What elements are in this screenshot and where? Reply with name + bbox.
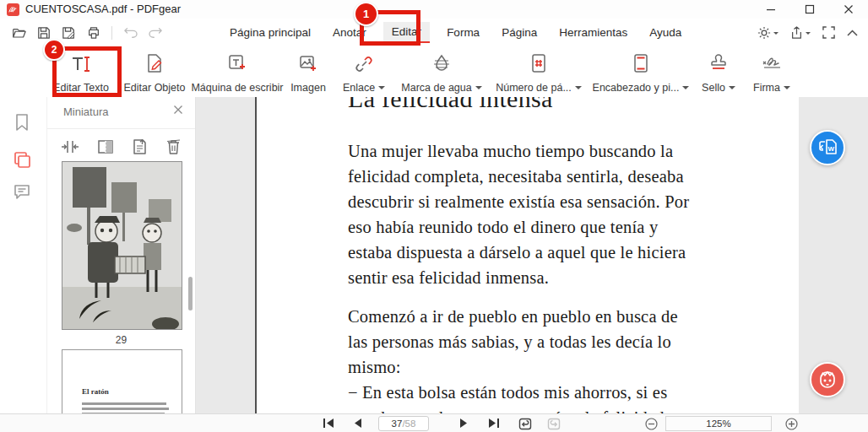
edit-object-icon xyxy=(144,51,165,73)
ai-assistant-button[interactable] xyxy=(810,362,845,397)
pdf-page: La felicidad intensa Una mujer llevaba m… xyxy=(255,97,799,413)
watermark-button[interactable]: Marca de agua xyxy=(395,50,488,94)
minimize-button[interactable] xyxy=(751,0,790,19)
maximize-button[interactable] xyxy=(790,0,829,19)
document-paragraph[interactable]: Una mujer llevaba mucho tiempo buscando … xyxy=(348,138,740,290)
thumbnail-panel-title: Miniatura xyxy=(63,105,108,118)
total-pages: /58 xyxy=(402,418,415,429)
statusbar: 37/58 125% xyxy=(0,413,868,432)
typewriter-label: Máquina de escribir xyxy=(191,82,283,94)
thumbnail-panel: Miniatura xyxy=(47,97,196,413)
document-paragraph[interactable]: − En esta bolsa están todos mis ahorros,… xyxy=(348,380,740,413)
panel-scrollbar-thumb[interactable] xyxy=(188,277,193,310)
save-as-icon[interactable] xyxy=(62,26,76,40)
tab-pagina[interactable]: Página xyxy=(496,23,542,42)
save-icon[interactable] xyxy=(37,26,51,40)
toolbar-divider xyxy=(111,26,112,40)
next-page-button[interactable] xyxy=(459,418,469,429)
close-button[interactable] xyxy=(829,0,868,19)
document-paragraph[interactable]: Comenzó a ir de pueblo en pueblo en busc… xyxy=(348,304,740,380)
bookmarks-panel-icon[interactable] xyxy=(13,112,31,132)
tab-pagina-principal[interactable]: Página principal xyxy=(225,23,316,42)
tab-herramientas[interactable]: Herramientas xyxy=(554,23,632,42)
insert-page-icon[interactable] xyxy=(61,139,79,154)
last-page-button[interactable] xyxy=(488,418,500,429)
annotation-step-2-badge: 2 xyxy=(43,39,65,61)
window-title: CUENTOSCASA.pdf - PDFgear xyxy=(25,3,181,15)
zoom-level-value: 125% xyxy=(706,418,730,429)
chevron-down-icon xyxy=(575,86,582,93)
svg-text:W: W xyxy=(828,145,835,153)
page-number-label: 29 xyxy=(47,334,195,346)
page-thumbnail-29[interactable] xyxy=(62,161,182,330)
signature-icon xyxy=(761,51,783,73)
theme-brightness-icon[interactable] xyxy=(757,26,778,40)
annotation-step-1-badge: 1 xyxy=(354,2,378,26)
edit-ribbon: Editar Texto Editar Objeto Máquina de es… xyxy=(0,46,868,98)
undo-icon[interactable] xyxy=(123,26,138,39)
thumbnails-panel-icon[interactable] xyxy=(13,151,32,170)
edit-object-button[interactable]: Editar Objeto xyxy=(122,50,187,94)
document-viewer: La felicidad intensa Una mujer llevaba m… xyxy=(196,97,868,413)
header-footer-label: Encabezado y pi... xyxy=(593,82,690,94)
comments-panel-icon[interactable] xyxy=(13,183,31,201)
chevron-down-icon xyxy=(475,86,482,93)
split-page-icon[interactable] xyxy=(97,139,114,154)
page-thumbnail-30[interactable]: El ratón xyxy=(62,349,182,413)
chevron-down-icon xyxy=(806,32,811,37)
zoom-in-button[interactable] xyxy=(785,418,798,430)
header-footer-button[interactable]: Encabezado y pi... xyxy=(589,50,692,94)
first-page-button[interactable] xyxy=(323,418,334,429)
previous-view-button[interactable] xyxy=(518,418,532,430)
current-page: 37 xyxy=(392,418,403,429)
titlebar: CUENTOSCASA.pdf - PDFgear xyxy=(0,0,868,19)
page-number-icon xyxy=(529,51,549,73)
zoom-level-control[interactable]: 125% xyxy=(665,416,772,431)
signature-label: Firma xyxy=(753,82,790,94)
open-file-icon[interactable] xyxy=(12,26,26,39)
typewriter-button[interactable]: Máquina de escribir xyxy=(191,50,284,94)
signature-button[interactable]: Firma xyxy=(746,50,797,94)
chevron-down-icon xyxy=(773,32,778,37)
chevron-down-icon xyxy=(682,86,689,93)
link-icon xyxy=(354,51,374,73)
extract-page-icon[interactable] xyxy=(132,138,148,155)
next-view-button[interactable] xyxy=(547,418,561,430)
page-number-label: Número de pá... xyxy=(496,82,582,94)
tab-ayuda[interactable]: Ayuda xyxy=(644,23,686,42)
previous-page-button[interactable] xyxy=(353,418,362,429)
window-controls xyxy=(751,0,868,19)
thumbnail-panel-header: Miniatura xyxy=(47,97,195,129)
watermark-icon xyxy=(431,51,452,73)
robot-icon xyxy=(816,370,838,390)
image-icon xyxy=(298,51,318,73)
thumb-page-title: El ratón xyxy=(82,387,109,396)
pdfgear-window: CUENTOSCASA.pdf - PDFgear Página princip… xyxy=(0,0,868,432)
thumb-text-line xyxy=(82,408,169,410)
zoom-out-button[interactable] xyxy=(645,418,658,430)
watermark-label: Marca de agua xyxy=(401,82,481,94)
fullscreen-icon[interactable] xyxy=(822,26,835,39)
navigation-rail xyxy=(0,97,47,413)
redo-icon[interactable] xyxy=(149,26,163,39)
app-logo-icon xyxy=(7,3,19,16)
image-button[interactable]: Imagen xyxy=(284,50,333,94)
chevron-down-icon xyxy=(784,86,790,93)
convert-to-word-button[interactable]: W xyxy=(810,130,845,165)
menu-row: Página principal Anotar Editar Forma Pág… xyxy=(0,19,868,46)
print-icon[interactable] xyxy=(87,26,100,40)
close-panel-icon[interactable] xyxy=(173,105,183,115)
collapse-ribbon-icon[interactable] xyxy=(847,30,858,36)
stamp-button[interactable]: Sello xyxy=(694,50,743,94)
share-export-icon[interactable] xyxy=(790,26,811,40)
document-title[interactable]: La felicidad intensa xyxy=(348,97,740,113)
header-footer-icon xyxy=(631,51,651,73)
link-button[interactable]: Enlace xyxy=(338,50,390,94)
tab-forma[interactable]: Forma xyxy=(442,23,485,42)
menu-tabs: Página principal Anotar Editar Forma Pág… xyxy=(225,19,686,46)
page-number-input[interactable]: 37/58 xyxy=(378,416,429,431)
typewriter-icon xyxy=(227,51,247,73)
chevron-down-icon xyxy=(729,86,735,93)
delete-page-icon[interactable] xyxy=(165,138,182,155)
page-number-button[interactable]: Número de pá... xyxy=(491,50,586,94)
